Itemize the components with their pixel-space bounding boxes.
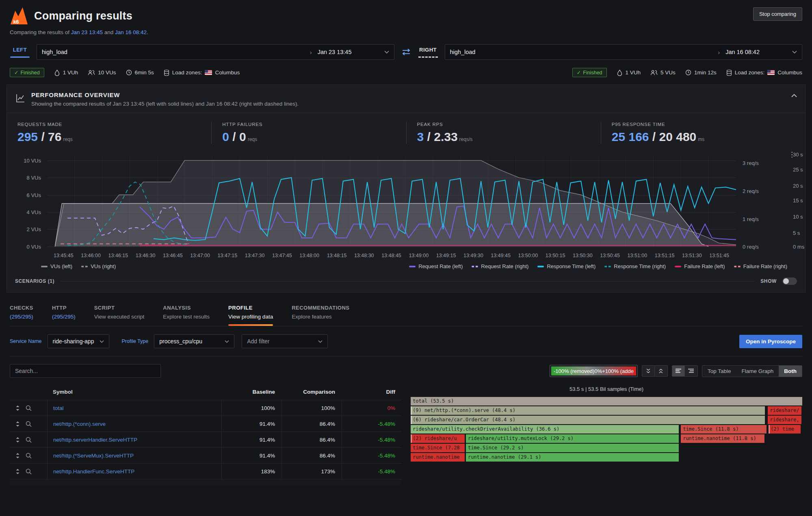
table-row[interactable]: total100%100%0%: [10, 400, 402, 416]
sort-icon: [15, 468, 20, 475]
column-baseline[interactable]: Baseline: [221, 384, 281, 400]
swap-sides-icon[interactable]: [401, 48, 411, 56]
profile-type-label: Profile Type: [121, 338, 148, 344]
flame-bar[interactable]: time.Since (29.2 s): [466, 444, 679, 452]
flame-bar[interactable]: rideshare/utility.checkDriverAvailabilit…: [411, 425, 679, 434]
right-test-date: Jan 16 08:42: [725, 49, 760, 55]
table-row[interactable]: net/http.HandlerFunc.ServeHTTP183%173%-5…: [10, 463, 402, 479]
sort-row-button[interactable]: [15, 421, 20, 427]
flame-bar[interactable]: (9) net/http.(*conn).serve (48.4 s): [411, 406, 765, 415]
show-scenarios-toggle[interactable]: [782, 278, 797, 285]
flame-bar[interactable]: (2) rideshare/u: [411, 434, 465, 443]
symbol-link[interactable]: net/http.serverHandler.ServeHTTP: [47, 432, 221, 447]
left-side-tab[interactable]: LEFT: [10, 47, 30, 58]
legend-item[interactable]: Request Rate (left): [409, 263, 463, 269]
tab-profile[interactable]: PROFILEView profiling data: [228, 305, 273, 326]
tab-http[interactable]: HTTP(295/295): [52, 305, 76, 326]
profile-controls-row: Service Name ride-sharing-app Profile Ty…: [10, 334, 802, 357]
symbol-link[interactable]: net/http.(*conn).serve: [47, 416, 221, 431]
flame-bar[interactable]: time.Since (11.8 s): [681, 425, 767, 434]
profile-type-select[interactable]: process_cpu/cpu: [154, 334, 234, 348]
subtitle-date-right-link[interactable]: Jan 16 08:42: [115, 29, 147, 35]
droplet-icon: [617, 69, 623, 76]
inspect-row-button[interactable]: [26, 421, 32, 427]
sort-row-button[interactable]: [15, 453, 20, 459]
sort-row-button[interactable]: [15, 468, 20, 475]
view-button-top-table[interactable]: Top Table: [702, 366, 736, 377]
add-filter-placeholder: Add filter: [247, 338, 269, 345]
flame-bar[interactable]: total (53.5 s): [411, 397, 802, 405]
table-row[interactable]: net/http.(*ServeMux).ServeHTTP91.4%86.4%…: [10, 447, 402, 463]
flame-bar[interactable]: runtime.nanotime (11.8 s): [681, 434, 764, 443]
sort-row-button[interactable]: [15, 405, 20, 411]
column-comparison[interactable]: Comparison: [281, 384, 342, 400]
clock-icon: [126, 69, 132, 76]
legend-item[interactable]: Failure Rate (right): [734, 263, 787, 269]
table-row[interactable]: net/http.serverHandler.ServeHTTP91.4%86.…: [10, 431, 402, 447]
legend-item[interactable]: VUs (left): [41, 263, 72, 269]
tab-underline: [292, 324, 349, 326]
align-left-button[interactable]: [672, 365, 685, 377]
flame-bar[interactable]: rideshare/: [768, 406, 801, 415]
symbol-link[interactable]: net/http.HandlerFunc.ServeHTTP: [47, 464, 221, 479]
view-button-both[interactable]: Both: [779, 366, 802, 377]
left-test-select[interactable]: high_load › Jan 23 13:45: [37, 44, 394, 60]
flame-bar[interactable]: (6) rideshare/car.OrderCar (48.4 s): [411, 416, 765, 424]
tab-checks[interactable]: CHECKS(295/295): [10, 305, 33, 326]
inspect-row-button[interactable]: [26, 453, 32, 459]
service-name-select[interactable]: ride-sharing-app: [48, 334, 110, 348]
subtitle-date-left-link[interactable]: Jan 23 13:45: [71, 29, 103, 35]
align-right-button[interactable]: [685, 365, 698, 377]
column-diff[interactable]: Diff: [342, 384, 402, 400]
column-symbol[interactable]: Symbol: [47, 384, 221, 400]
comparison-value: 100%: [281, 400, 342, 416]
axis-tick-label: 2 req/s: [743, 188, 759, 194]
expand-all-button[interactable]: [655, 365, 668, 377]
axis-tick-label: 1 req/s: [743, 216, 759, 222]
view-button-flame-graph[interactable]: Flame Graph: [736, 366, 779, 377]
collapse-chevron-icon[interactable]: [791, 94, 797, 98]
flame-graph-header: 53.5 s | 53.5 Bil samples (Time): [411, 386, 802, 392]
flame-bar[interactable]: time.Since (7.28: [411, 444, 465, 452]
tab-script[interactable]: SCRIPTView executed script: [94, 305, 145, 326]
open-in-pyroscope-button[interactable]: Open in Pyroscope: [739, 335, 802, 348]
flame-bar[interactable]: rideshare/utility.mutexLock (29.2 s): [466, 434, 679, 443]
chart-plot[interactable]: 10 VUs8 VUs6 VUs4 VUs2 VUs0 VUs3 req/s2 …: [47, 156, 736, 249]
right-duration-badge: 1min 12s: [685, 69, 717, 76]
sort-row-button[interactable]: [15, 437, 20, 443]
baseline-value: 91.4%: [221, 448, 281, 463]
legend-item[interactable]: Response Time (left): [537, 263, 595, 269]
tab-recommendations[interactable]: RECOMMENDATIONSExplore features: [292, 305, 349, 326]
flame-bar[interactable]: rideshare,: [768, 416, 801, 424]
legend-item[interactable]: Failure Rate (left): [675, 263, 725, 269]
chevron-down-icon: [792, 50, 797, 54]
x-tick-label: 13:49:00: [409, 253, 429, 258]
collapse-all-button[interactable]: [642, 365, 655, 377]
axis-tick-label: 0 req/s: [743, 243, 759, 249]
magnifier-icon: [26, 437, 32, 443]
symbol-link[interactable]: total: [47, 400, 221, 416]
right-test-select[interactable]: high_load › Jan 16 08:42: [445, 44, 803, 60]
flame-bar[interactable]: (2) time: [769, 425, 801, 434]
symbol-link[interactable]: net/http.(*ServeMux).ServeHTTP: [47, 448, 221, 463]
inspect-row-button[interactable]: [26, 437, 32, 443]
x-tick-label: 13:51:45: [709, 253, 729, 258]
flame-bar[interactable]: runtime.nanotime (29.1 s): [466, 453, 679, 462]
legend-swatch-icon: [81, 266, 88, 267]
right-side-tab[interactable]: RIGHT: [418, 47, 438, 58]
inspect-row-button[interactable]: [26, 468, 32, 475]
table-row[interactable]: net/http.(*conn).serve91.4%86.4%-5.48%: [10, 416, 402, 431]
legend-item[interactable]: Response Time (right): [604, 263, 666, 269]
legend-item[interactable]: VUs (right): [81, 263, 116, 269]
stop-comparing-button[interactable]: Stop comparing: [753, 7, 802, 21]
stat-peak-rps: PEAK RPS 3 / 2.33reqs/s: [406, 122, 601, 144]
search-input[interactable]: [10, 364, 161, 378]
inspect-row-button[interactable]: [26, 405, 32, 411]
add-filter-select[interactable]: Add filter: [242, 334, 328, 348]
legend-item[interactable]: Request Rate (right): [472, 263, 528, 269]
tab-underline: [10, 324, 33, 326]
tab-analysis[interactable]: ANALYSISExplore test results: [163, 305, 210, 326]
x-tick-label: 13:50:00: [518, 253, 538, 258]
baseline-value: 183%: [221, 464, 281, 479]
flame-bar[interactable]: runtime.nanotime: [411, 453, 465, 462]
